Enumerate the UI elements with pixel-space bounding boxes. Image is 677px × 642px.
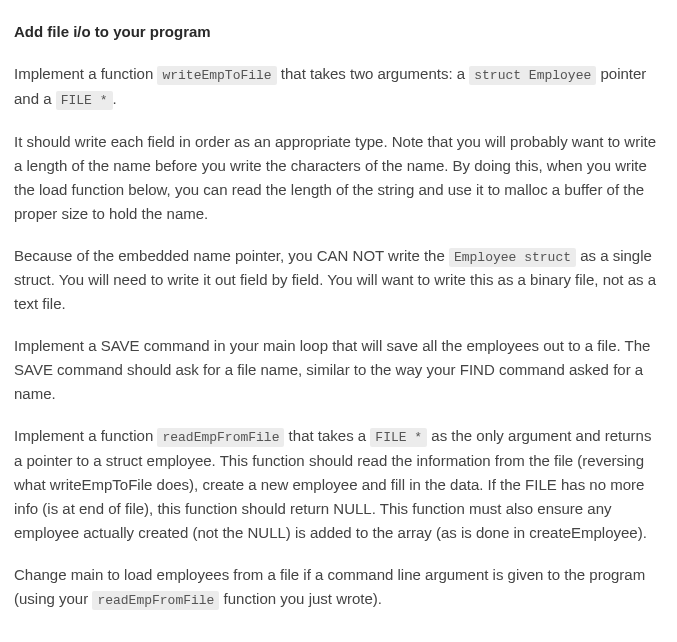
code-file-pointer: FILE * bbox=[56, 91, 113, 110]
code-struct-employee: struct Employee bbox=[469, 66, 596, 85]
code-employee-struct: Employee struct bbox=[449, 248, 576, 267]
paragraph-save-command: Implement a SAVE command in your main lo… bbox=[14, 334, 663, 406]
code-readEmpFromFile: readEmpFromFile bbox=[157, 428, 284, 447]
code-file-pointer: FILE * bbox=[370, 428, 427, 447]
paragraph-implement-write: Implement a function writeEmpToFile that… bbox=[14, 62, 663, 112]
paragraph-embedded-pointer: Because of the embedded name pointer, yo… bbox=[14, 244, 663, 317]
text: Implement a function bbox=[14, 65, 157, 82]
paragraph-implement-read: Implement a function readEmpFromFile tha… bbox=[14, 424, 663, 545]
text: that takes a bbox=[284, 427, 370, 444]
code-readEmpFromFile: readEmpFromFile bbox=[92, 591, 219, 610]
text: Because of the embedded name pointer, yo… bbox=[14, 247, 449, 264]
text: that takes two arguments: a bbox=[277, 65, 470, 82]
paragraph-write-fields: It should write each field in order as a… bbox=[14, 130, 663, 226]
text: function you just wrote). bbox=[219, 590, 382, 607]
text: as the only argument and returns a point… bbox=[14, 427, 651, 541]
section-heading: Add file i/o to your program bbox=[14, 20, 663, 44]
paragraph-change-main: Change main to load employees from a fil… bbox=[14, 563, 663, 612]
code-writeEmpToFile: writeEmpToFile bbox=[157, 66, 276, 85]
text: . bbox=[113, 90, 117, 107]
text: Implement a function bbox=[14, 427, 157, 444]
